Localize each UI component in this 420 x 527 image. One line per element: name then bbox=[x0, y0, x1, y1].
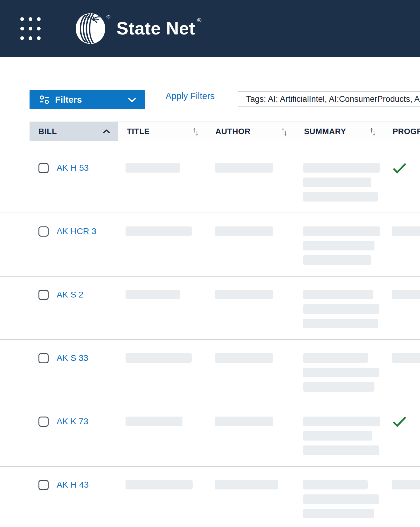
summary-placeholder bbox=[303, 480, 368, 489]
table-row: AK H 43 bbox=[0, 467, 420, 527]
column-label: SUMMARY bbox=[304, 127, 346, 136]
author-placeholder bbox=[215, 226, 273, 236]
app-grid-icon[interactable] bbox=[20, 17, 41, 40]
progress-check-icon bbox=[393, 416, 407, 427]
table-row: AK S 2 bbox=[0, 277, 420, 340]
chevron-down-icon bbox=[128, 98, 136, 102]
bill-link[interactable]: AK K 73 bbox=[57, 417, 88, 426]
summary-placeholders bbox=[303, 163, 380, 206]
summary-placeholder bbox=[303, 226, 380, 236]
filters-button-label: Filters bbox=[55, 95, 82, 105]
author-placeholder bbox=[215, 163, 273, 173]
summary-placeholder bbox=[303, 255, 371, 265]
bill-link[interactable]: AK H 53 bbox=[57, 164, 89, 172]
row-checkbox[interactable] bbox=[38, 417, 49, 427]
summary-placeholders bbox=[303, 290, 379, 333]
summary-placeholder bbox=[303, 304, 379, 314]
summary-placeholders bbox=[303, 480, 379, 523]
globe-icon bbox=[75, 13, 106, 45]
toolbar: Filters Apply Filters bbox=[0, 57, 420, 122]
title-placeholder bbox=[126, 290, 180, 299]
summary-placeholder bbox=[303, 417, 380, 426]
row-checkbox[interactable] bbox=[38, 290, 49, 300]
summary-placeholder bbox=[303, 368, 379, 377]
column-label: PROGRESS bbox=[393, 127, 420, 136]
progress-placeholder bbox=[392, 290, 420, 299]
column-label: TITLE bbox=[127, 127, 150, 136]
column-header-progress[interactable]: PROGRESS bbox=[384, 122, 420, 141]
sort-asc-caret-icon bbox=[103, 130, 110, 134]
summary-placeholders bbox=[303, 353, 379, 397]
summary-placeholders bbox=[303, 417, 380, 460]
row-checkbox[interactable] bbox=[38, 353, 49, 363]
title-placeholder bbox=[126, 417, 182, 426]
author-placeholder bbox=[215, 290, 273, 299]
tags-input[interactable] bbox=[238, 91, 420, 107]
sort-both-icon: ↑↓ bbox=[281, 128, 287, 135]
apply-filters-link[interactable]: Apply Filters bbox=[166, 91, 215, 101]
filters-button[interactable]: Filters bbox=[30, 90, 145, 109]
table-header: BILL TITLE ↑↓ AUTHOR ↑↓ SUMMARY ↑↓ PROGR… bbox=[30, 122, 420, 141]
progress-placeholder bbox=[392, 480, 420, 489]
brand-name: State Net bbox=[117, 19, 195, 37]
summary-placeholder bbox=[303, 494, 379, 504]
title-placeholder bbox=[126, 480, 193, 489]
summary-placeholder bbox=[303, 192, 378, 202]
bill-link[interactable]: AK HCR 3 bbox=[57, 227, 96, 236]
column-label: BILL bbox=[38, 127, 57, 136]
summary-placeholders bbox=[303, 226, 380, 270]
column-header-author[interactable]: AUTHOR ↑↓ bbox=[207, 122, 295, 141]
table-row: AK H 53 bbox=[0, 150, 420, 213]
title-placeholder bbox=[126, 353, 192, 363]
column-header-summary[interactable]: SUMMARY ↑↓ bbox=[295, 122, 384, 141]
table-body: AK H 53 AK HCR 3 AK S 2 AK S 33 bbox=[0, 150, 420, 527]
sort-both-icon: ↑↓ bbox=[370, 128, 376, 135]
table-row: AK K 73 bbox=[0, 403, 420, 467]
column-label: AUTHOR bbox=[215, 127, 250, 136]
summary-placeholder bbox=[303, 163, 380, 173]
bill-link[interactable]: AK S 2 bbox=[57, 290, 83, 299]
page: ® State Net ® Filters Apply Filters BILL bbox=[0, 0, 420, 527]
filter-sliders-icon bbox=[39, 95, 50, 105]
bill-link[interactable]: AK S 33 bbox=[57, 354, 88, 362]
summary-placeholder bbox=[303, 382, 374, 392]
brand-registered-mark: ® bbox=[197, 17, 201, 24]
column-header-title[interactable]: TITLE ↑↓ bbox=[118, 122, 207, 141]
summary-placeholder bbox=[303, 290, 373, 299]
author-placeholder bbox=[215, 417, 273, 426]
brand-logo: ® State Net ® bbox=[75, 13, 201, 45]
row-checkbox[interactable] bbox=[38, 163, 49, 173]
sort-both-icon: ↑↓ bbox=[193, 128, 199, 135]
summary-placeholder bbox=[303, 241, 374, 250]
progress-check-icon bbox=[393, 163, 407, 174]
column-header-bill[interactable]: BILL bbox=[30, 122, 118, 141]
globe-registered-mark: ® bbox=[106, 14, 110, 20]
title-placeholder bbox=[126, 226, 192, 236]
bill-link[interactable]: AK H 43 bbox=[57, 481, 89, 489]
summary-placeholder bbox=[303, 509, 374, 518]
title-placeholder bbox=[126, 163, 180, 173]
summary-placeholder bbox=[303, 431, 372, 441]
summary-placeholder bbox=[303, 445, 379, 455]
author-placeholder bbox=[215, 480, 278, 489]
progress-placeholder bbox=[392, 226, 420, 236]
row-checkbox[interactable] bbox=[38, 226, 49, 237]
summary-placeholder bbox=[303, 319, 378, 328]
summary-placeholder bbox=[303, 353, 368, 363]
author-placeholder bbox=[215, 353, 273, 363]
row-checkbox[interactable] bbox=[38, 480, 49, 490]
table-row: AK S 33 bbox=[0, 340, 420, 403]
app-bar: ® State Net ® bbox=[0, 0, 420, 57]
progress-placeholder bbox=[392, 353, 420, 363]
table-row: AK HCR 3 bbox=[0, 213, 420, 277]
summary-placeholder bbox=[303, 178, 371, 187]
